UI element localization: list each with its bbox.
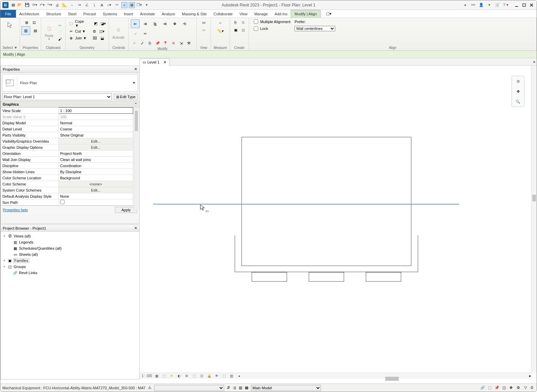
measure-icon[interactable]: 📐 [61, 2, 68, 8]
multiple-alignment-checkbox[interactable] [254, 19, 258, 24]
matchtype-icon[interactable]: 🖌 [56, 36, 63, 42]
cut-geo-icon[interactable]: ✂ [68, 28, 74, 34]
props-more-icon[interactable]: ▤ [31, 26, 40, 35]
detail-level-icon[interactable]: ▦ [154, 374, 160, 378]
print-icon[interactable]: 🖨 [54, 2, 60, 8]
save-icon[interactable]: 💾 [24, 2, 30, 8]
dim-linear-icon[interactable]: ⇔ [76, 2, 83, 8]
tab-steel[interactable]: Steel [65, 10, 80, 18]
tab-analyze[interactable]: Analyze [158, 10, 178, 18]
tree-legends[interactable]: ▥Legends [3, 239, 137, 245]
type-props-icon[interactable]: ⊞ [23, 19, 30, 25]
tab-addins[interactable]: Add-Ins [271, 10, 291, 18]
drawing-element-rect[interactable] [309, 272, 344, 282]
sync-icon[interactable]: ⟳▾ [32, 2, 38, 8]
join-icon[interactable]: ⊕ [68, 35, 74, 41]
lock-checkbox[interactable] [254, 26, 258, 31]
design-options-select[interactable] [154, 385, 224, 391]
tree-schedules[interactable]: ▦Schedules/Quantities (all) [3, 245, 137, 251]
scale-label[interactable]: 1 : 100 [142, 374, 152, 378]
open-icon[interactable]: 📂 [17, 2, 23, 8]
drawing-element-rect[interactable] [252, 272, 287, 282]
pin-icon[interactable]: 📌 [154, 40, 161, 46]
cope-button[interactable]: Cope ▼ [75, 19, 89, 28]
join-button[interactable]: Join ▼ [75, 36, 87, 40]
editable-only-icon[interactable]: ▥ [239, 386, 242, 390]
worksharing-icon[interactable]: ▥ [229, 374, 234, 378]
view-tab-level1[interactable]: ▭ Level 1 ✕ [140, 58, 169, 66]
demolish-icon[interactable]: ⚒ [185, 40, 192, 46]
search-icon[interactable]: 👓 [470, 2, 476, 8]
browser-title[interactable]: Project Browser - Project1 ✕ [1, 225, 139, 232]
prop-val[interactable]: Background [59, 175, 133, 181]
close-hidden-icon[interactable]: ▦ [129, 2, 135, 8]
copy-mod-icon[interactable]: ⎘ [146, 40, 153, 46]
hide-icon[interactable]: ▭ [200, 19, 207, 25]
group-graphics[interactable]: Graphics⌃ [1, 101, 139, 107]
section-icon[interactable]: ✂ [114, 2, 120, 8]
temp-hide-icon[interactable]: 👁 [214, 374, 219, 378]
tree-views[interactable]: +⦿Views (all) [3, 233, 137, 239]
collapse-icon[interactable]: ⌃ [135, 103, 137, 106]
prop-val[interactable]: Show Original [59, 132, 133, 138]
prop-val[interactable]: By Discipline [59, 169, 133, 175]
view-scale-input[interactable]: 1 : 100 [59, 108, 133, 114]
tab-structure[interactable]: Structure [42, 10, 65, 18]
canvas-scrollbar-v[interactable] [531, 66, 537, 373]
tab-precast[interactable]: Precast [80, 10, 99, 18]
expand-icon[interactable]: + [3, 259, 6, 262]
scale-icon[interactable]: ⤢ [139, 40, 145, 46]
select-face-icon[interactable]: ◫ [501, 385, 507, 391]
align-icon[interactable]: ⇤ [131, 19, 140, 28]
pan-icon[interactable]: ✥ [517, 89, 520, 94]
tab-massing[interactable]: Massing & Site [178, 10, 210, 18]
view-tab-close-icon[interactable]: ✕ [163, 60, 166, 65]
trim-icon[interactable]: ⟋ [131, 29, 140, 38]
notch-icon[interactable]: ◩ [93, 20, 100, 26]
visual-style-icon[interactable]: ⬚ [162, 374, 167, 378]
delete-icon[interactable]: ✕ [170, 40, 177, 46]
tab-manage[interactable]: Manage [251, 10, 271, 18]
measure-dist-icon[interactable]: ↔ [215, 19, 226, 26]
move-icon[interactable]: ✥ [170, 19, 179, 28]
rendering-icon[interactable]: ⚙ [184, 374, 190, 378]
tree-families[interactable]: +▣Families [3, 257, 137, 264]
maximize-button[interactable] [521, 2, 527, 8]
fullnav-icon[interactable]: ⊙ [517, 79, 520, 84]
unpin-icon[interactable]: 📍 [162, 40, 169, 46]
expand-icon[interactable]: + [3, 265, 6, 268]
create-similar-icon[interactable]: ⎘ [232, 19, 239, 25]
alignment-reference-line[interactable] [153, 204, 459, 204]
lock3d-icon[interactable]: 🔒 [207, 374, 212, 378]
measure-along-icon[interactable]: 📏▾ [215, 28, 226, 34]
h-scroll-left-icon[interactable]: ◂ [236, 374, 242, 378]
tree-sheets[interactable]: ▭Sheets (all) [3, 251, 137, 257]
mirror-axis-icon[interactable]: ⧎ [150, 19, 159, 28]
tab-view[interactable]: View [236, 10, 251, 18]
syscolor-button[interactable]: Edit... [59, 187, 133, 193]
array-icon[interactable]: ⁘ [131, 40, 138, 46]
split2-icon[interactable]: ◫▾ [99, 28, 105, 34]
default3d-icon[interactable]: ⌂▾ [106, 2, 112, 8]
family-types-icon[interactable]: ⊡ [31, 19, 38, 25]
tree-links[interactable]: 🔗Revit Links [3, 270, 137, 276]
reveal-hidden-icon[interactable]: ⬚ [221, 374, 227, 378]
prop-val[interactable]: Coarse [59, 126, 133, 132]
help-icon[interactable]: ? ▾ [503, 2, 509, 8]
tag-icon[interactable]: ⤵ [91, 2, 97, 8]
select-underlay-icon[interactable]: ⬚ [487, 385, 493, 391]
prop-val[interactable]: Project North [59, 150, 133, 157]
colorscheme-button[interactable]: <none> [59, 181, 133, 187]
redo-icon[interactable]: ↷▾ [47, 2, 53, 8]
text-icon[interactable]: A [99, 2, 105, 8]
prop-val[interactable]: None [59, 193, 133, 199]
props-palette-icon[interactable]: ▥ [21, 26, 30, 35]
create-assembly-icon[interactable]: ▣ [232, 27, 239, 33]
user-more-icon[interactable]: ▾ [486, 2, 493, 8]
mirror-draw-icon[interactable]: ⧏ [160, 19, 169, 28]
ribbon-panel-expand-icon[interactable]: ▢▾ [323, 10, 334, 18]
drag-elements-icon[interactable]: ✥ [508, 385, 514, 391]
select-pinned-icon[interactable]: 📌 [494, 385, 500, 391]
extend-icon[interactable]: ⇲ [178, 40, 184, 46]
cope-icon[interactable]: ⬚ [68, 20, 74, 26]
